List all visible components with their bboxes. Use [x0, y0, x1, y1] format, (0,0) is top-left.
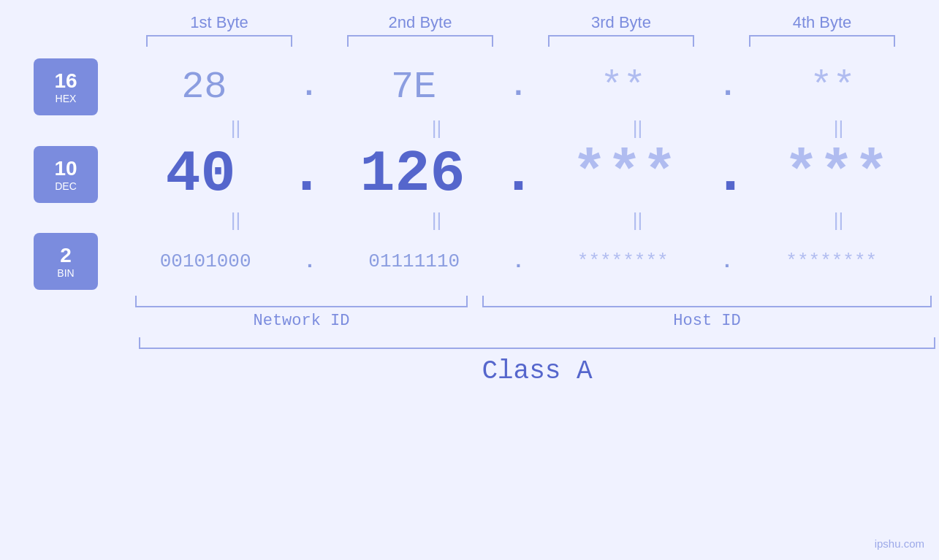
network-id-label: Network ID [253, 312, 349, 330]
bracket-byte4 [749, 35, 895, 47]
hex-dot1: . [300, 69, 318, 104]
network-id-bracket: Network ID [135, 296, 468, 330]
byte2-header: 2nd Byte [340, 13, 501, 32]
byte-headers: 1st Byte 2nd Byte 3rd Byte 4th Byte [119, 13, 923, 32]
bin-dot3: . [721, 250, 734, 273]
eq1: || [156, 117, 316, 139]
bin-dot1: . [304, 250, 316, 273]
dec-byte3: *** [544, 141, 704, 207]
hex-badge: 16 HEX [34, 58, 98, 115]
byte3-header: 3rd Byte [541, 13, 702, 32]
hex-byte2: 7E [333, 66, 494, 109]
eq2b: || [357, 209, 517, 231]
network-bracket-line [135, 296, 468, 307]
equals-row-2: || || || || [135, 209, 939, 231]
bin-values: 00101000 . 01111110 . ******** . *******… [98, 250, 939, 273]
dec-byte1: 40 [120, 141, 281, 207]
eq4: || [759, 117, 919, 139]
eq2: || [357, 117, 517, 139]
hex-byte1: 28 [123, 66, 284, 109]
top-bracket-row [119, 35, 923, 47]
hex-row: 16 HEX 28 . 7E . ** . ** [0, 58, 939, 115]
equals-row-1: || || || || [135, 117, 939, 139]
dec-values: 40 . 126 . *** . *** [98, 141, 939, 207]
bin-byte4: ******** [751, 250, 912, 272]
main-container: 1st Byte 2nd Byte 3rd Byte 4th Byte 16 H… [0, 0, 939, 560]
hex-values: 28 . 7E . ** . ** [98, 66, 939, 109]
bin-byte3: ******** [542, 250, 703, 272]
dec-byte2: 126 [332, 141, 493, 207]
host-bracket-line [482, 296, 932, 307]
bin-byte1: 00101000 [125, 250, 286, 272]
dec-byte4: *** [756, 141, 916, 207]
hex-dot2: . [509, 69, 528, 104]
hex-byte4: ** [753, 66, 913, 109]
dec-dot1: . [289, 141, 324, 207]
byte1-header: 1st Byte [139, 13, 300, 32]
bottom-brackets-area: Network ID Host ID [135, 296, 939, 330]
bracket-byte1 [146, 35, 292, 47]
watermark: ipshu.com [875, 537, 924, 550]
host-id-bracket: Host ID [482, 296, 932, 330]
hex-badge-label: HEX [56, 93, 77, 104]
byte4-header: 4th Byte [742, 13, 902, 32]
dec-dot2: . [501, 141, 536, 207]
dec-badge-number: 10 [54, 157, 77, 180]
eq1b: || [156, 209, 316, 231]
host-id-label: Host ID [673, 312, 740, 330]
bin-badge-number: 2 [60, 244, 72, 267]
bin-byte2: 01111110 [334, 250, 495, 272]
hex-badge-number: 16 [54, 69, 77, 93]
class-bracket-area: Class A [135, 337, 939, 386]
bin-row: 2 BIN 00101000 . 01111110 . ******** . *… [0, 233, 939, 290]
bin-badge-label: BIN [57, 267, 74, 279]
hex-dot3: . [719, 69, 737, 104]
dec-dot3: . [712, 141, 748, 207]
dec-badge-label: DEC [55, 180, 77, 192]
eq4b: || [759, 209, 919, 231]
class-label: Class A [482, 356, 592, 386]
bin-dot2: . [512, 250, 525, 273]
dec-row: 10 DEC 40 . 126 . *** . *** [0, 141, 939, 207]
hex-byte3: ** [543, 66, 704, 109]
bracket-byte2 [347, 35, 493, 47]
eq3: || [558, 117, 718, 139]
eq3b: || [558, 209, 718, 231]
bracket-byte3 [548, 35, 694, 47]
bin-badge: 2 BIN [34, 233, 98, 290]
outer-bracket-line [139, 337, 935, 349]
dec-badge: 10 DEC [34, 146, 98, 203]
